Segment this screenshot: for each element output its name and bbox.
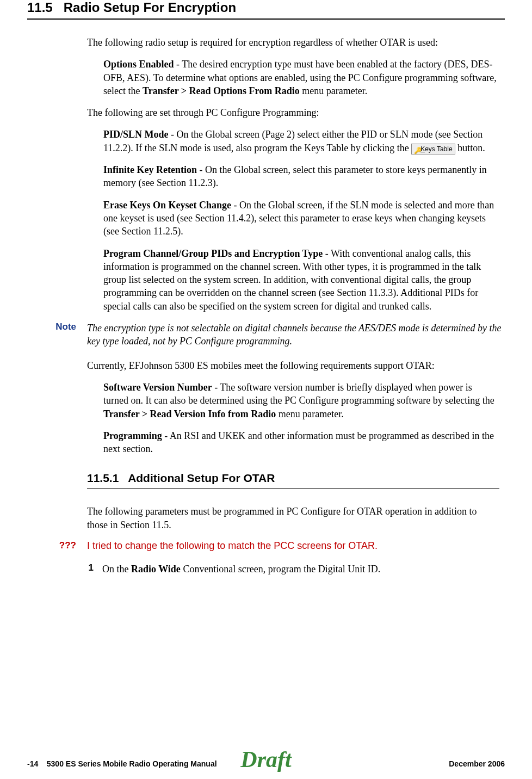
subsection-title: Additional Setup For OTAR <box>128 472 275 484</box>
step-1: 1 On the Radio Wide Conventional screen,… <box>87 562 499 576</box>
body-column: The following radio setup is required fo… <box>87 36 499 313</box>
options-enabled-t2: menu parameter. <box>300 85 367 96</box>
note-block: Note The encryption type is not selectab… <box>27 322 505 348</box>
footer-page-num: -14 <box>27 759 38 768</box>
section-rule <box>27 18 505 20</box>
prog-para: Program Channel/Group PIDs and Encryptio… <box>103 247 499 313</box>
note-label: Note <box>27 322 76 348</box>
svn-head: Software Version Number <box>103 382 212 393</box>
note-text: The encryption type is not selectable on… <box>87 322 505 348</box>
programming-t1: - An RSI and UKEK and other information … <box>103 430 494 454</box>
footer-left: -14 5300 ES Series Mobile Radio Operatin… <box>27 759 217 768</box>
erase-head: Erase Keys On Keyset Change <box>103 200 231 211</box>
ikr-para: Infinite Key Retention - On the Global s… <box>103 163 499 190</box>
options-enabled-head: Options Enabled <box>103 59 174 70</box>
programming-head: Programming <box>103 430 162 441</box>
prog-head: Program Channel/Group PIDs and Encryptio… <box>103 248 323 259</box>
subsection-rule <box>87 488 499 489</box>
step-1-t1: On the <box>102 564 131 574</box>
otar-intro-para: Currently, EFJohnson 5300 ES mobiles mee… <box>87 359 499 372</box>
sub-intro-para: The following parameters must be program… <box>87 505 499 531</box>
step-1-bold: Radio Wide <box>131 564 181 574</box>
keys-table-button[interactable]: 🔑KKeys Tableeys Table <box>411 144 455 154</box>
section-title: Radio Setup For Encryption <box>64 0 236 15</box>
pidsln-t2: button. <box>455 143 485 153</box>
svn-para: Software Version Number - The software v… <box>103 381 499 421</box>
options-enabled-para: Options Enabled - The desired encryption… <box>103 58 499 97</box>
subsection-number: 11.5.1 <box>87 472 119 484</box>
step-1-text: On the Radio Wide Conventional screen, p… <box>102 562 380 576</box>
pidsln-head: PID/SLN Mode <box>103 129 169 140</box>
ikr-head: Infinite Key Retention <box>103 164 197 175</box>
draft-watermark: Draft <box>240 746 291 772</box>
page-footer: -14 5300 ES Series Mobile Radio Operatin… <box>27 759 505 768</box>
svn-menu: Transfer > Read Version Info from Radio <box>103 409 276 419</box>
erase-para: Erase Keys On Keyset Change - On the Glo… <box>103 199 499 238</box>
footer-manual-title: 5300 ES Series Mobile Radio Operating Ma… <box>47 759 217 768</box>
key-icon: 🔑 <box>414 146 419 152</box>
pidsln-para: PID/SLN Mode - On the Global screen (Pag… <box>103 128 499 154</box>
query-label: ??? <box>27 540 76 552</box>
query-text: I tried to change the following to match… <box>87 540 378 552</box>
pcc-intro-para: The following are set through PC Configu… <box>87 106 499 119</box>
section-number: 11.5 <box>27 0 53 15</box>
subsection-heading: 11.5.1 Additional Setup For OTAR <box>87 472 499 488</box>
step-1-num: 1 <box>87 562 94 576</box>
programming-para: Programming - An RSI and UKEK and other … <box>103 429 499 456</box>
query-block: ??? I tried to change the following to m… <box>27 540 505 552</box>
svn-t2: menu parameter. <box>276 409 343 419</box>
intro-para: The following radio setup is required fo… <box>87 36 499 49</box>
section-heading: 11.5 Radio Setup For Encryption <box>27 0 505 18</box>
step-1-t2: Conventional screen, program the Digital… <box>181 564 380 574</box>
options-enabled-menu: Transfer > Read Options From Radio <box>143 85 300 96</box>
footer-right: December 2006 <box>449 759 505 768</box>
